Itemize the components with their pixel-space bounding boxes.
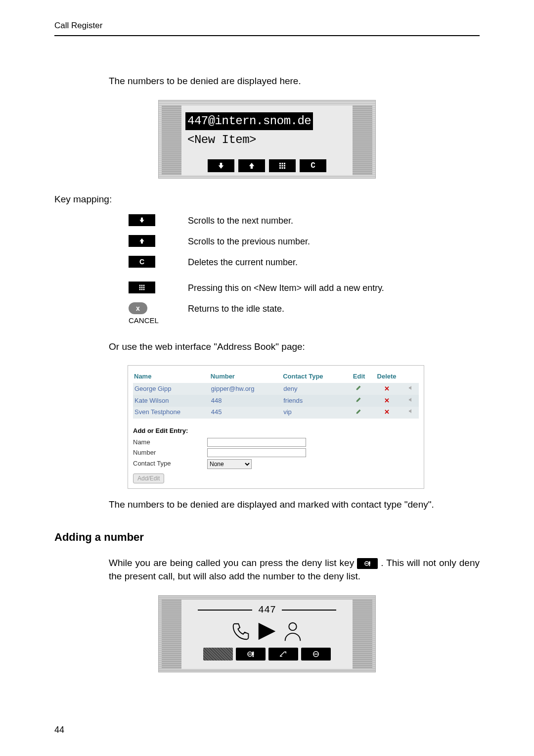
- svg-rect-6: [279, 167, 281, 169]
- col-number: Number: [210, 371, 282, 383]
- softkey-blank: [203, 648, 233, 661]
- deny-icon: [363, 560, 371, 567]
- col-name: Name: [133, 371, 210, 383]
- softkey-keypad: [269, 159, 296, 172]
- table-row: Kate Wilson 448 friends ✕: [133, 395, 419, 407]
- adding-number-text-a: While you are being called you can press…: [109, 558, 357, 568]
- cell-number[interactable]: 448: [210, 395, 282, 407]
- table-row: Sven Testphone 445 vip ✕: [133, 407, 419, 419]
- cell-delete[interactable]: ✕: [370, 407, 403, 419]
- svg-rect-3: [279, 165, 281, 167]
- cell-delete[interactable]: ✕: [370, 383, 403, 395]
- form-label-ctype: Contact Type: [133, 459, 207, 469]
- phone-icon: [230, 620, 253, 643]
- keymap-heading: Key mapping:: [54, 192, 480, 206]
- keymap-table: Scrolls to the next number. Scrolls to t…: [129, 214, 386, 326]
- svg-point-27: [253, 656, 254, 657]
- form-title: Add or Edit Entry:: [133, 426, 419, 436]
- form-label-number: Number: [133, 448, 207, 458]
- svg-point-23: [289, 623, 296, 630]
- transfer-icon: [279, 650, 288, 659]
- cell-edit[interactable]: [348, 407, 370, 419]
- cell-name[interactable]: Kate Wilson: [133, 395, 210, 407]
- cell-vol[interactable]: [403, 395, 419, 407]
- adressbook-intro: Or use the web interface "Address Book" …: [54, 340, 480, 354]
- svg-point-21: [369, 565, 370, 566]
- svg-rect-26: [253, 652, 254, 655]
- softkey-down: [208, 159, 234, 172]
- keymap-grid-desc: Pressing this on <New Item> will add a n…: [188, 282, 386, 294]
- lcd-new-item: <New Item>: [185, 131, 258, 149]
- call-icon-row: [185, 620, 349, 643]
- keypad-icon: [278, 161, 287, 170]
- table-row: George Gipp gipper@hw.org deny ✕: [133, 383, 419, 395]
- svg-rect-14: [143, 287, 145, 288]
- keymap-c-desc: Deletes the current number.: [188, 256, 386, 269]
- cell-delete[interactable]: ✕: [370, 395, 403, 407]
- pencil-icon: [356, 396, 362, 403]
- inline-deny-key: [357, 558, 378, 569]
- reject-icon: [312, 650, 320, 659]
- col-ctype: Contact Type: [282, 371, 348, 383]
- speaker-icon: [407, 385, 414, 391]
- page-body: The numbers to be denied are displayed h…: [54, 74, 480, 672]
- svg-rect-1: [282, 163, 283, 164]
- svg-rect-16: [141, 289, 143, 290]
- ctype-select[interactable]: None: [207, 459, 252, 469]
- number-input[interactable]: [207, 448, 306, 457]
- col-delete: Delete: [370, 371, 403, 383]
- key-c: C: [129, 256, 155, 268]
- adding-number-heading: Adding a number: [54, 529, 480, 545]
- svg-rect-8: [284, 167, 285, 169]
- cell-edit[interactable]: [348, 383, 370, 395]
- person-icon: [281, 620, 304, 643]
- softkey-deny: [236, 648, 266, 661]
- softkey-transfer: [268, 648, 298, 661]
- cell-edit[interactable]: [348, 395, 370, 407]
- page-number: 44: [54, 723, 64, 736]
- cell-name[interactable]: Sven Testphone: [133, 407, 210, 419]
- addressbook-table: Name Number Contact Type Edit Delete Geo…: [133, 371, 419, 418]
- cell-ctype[interactable]: deny: [282, 383, 348, 395]
- cell-vol[interactable]: [403, 407, 419, 419]
- lcd-incoming-call-figure: 447: [158, 595, 376, 672]
- svg-rect-5: [284, 165, 285, 167]
- svg-rect-9: [139, 285, 141, 286]
- svg-rect-7: [282, 167, 283, 169]
- lcd-denylist-figure: 447@intern.snom.de <New Item>: [158, 100, 376, 179]
- svg-rect-4: [282, 165, 283, 167]
- add-edit-button[interactable]: Add/Edit: [133, 473, 164, 483]
- keymap-down-desc: Scrolls to the next number.: [188, 214, 386, 227]
- cell-vol[interactable]: [403, 383, 419, 395]
- denied-marked-paragraph: The numbers to be denied are displayed a…: [54, 498, 480, 512]
- softkey-c: C: [300, 159, 326, 172]
- svg-rect-13: [141, 287, 143, 288]
- speaker-icon: [407, 408, 414, 414]
- intro-paragraph: The numbers to be denied are displayed h…: [54, 74, 480, 88]
- keymap-up-desc: Scrolls to the previous number.: [188, 235, 386, 248]
- call-number: 447: [258, 604, 276, 615]
- arrow-right-icon: [256, 620, 278, 643]
- name-input[interactable]: [207, 438, 306, 447]
- addressbook-figure: Name Number Contact Type Edit Delete Geo…: [128, 365, 424, 489]
- arrow-up-icon: [247, 161, 256, 170]
- svg-rect-12: [139, 287, 141, 288]
- page-header: Call Register: [54, 20, 480, 36]
- addressbook-form: Add or Edit Entry: Name Number Contact T…: [133, 426, 419, 484]
- cell-name[interactable]: George Gipp: [133, 383, 210, 395]
- arrow-up-icon: [138, 237, 146, 245]
- cell-ctype[interactable]: vip: [282, 407, 348, 419]
- cell-number[interactable]: gipper@hw.org: [210, 383, 282, 395]
- arrow-down-icon: [138, 216, 146, 224]
- cell-ctype[interactable]: friends: [282, 395, 348, 407]
- key-keypad: [129, 282, 155, 293]
- svg-rect-20: [369, 562, 370, 565]
- speaker-icon: [407, 397, 414, 403]
- key-cancel: x: [129, 302, 147, 314]
- svg-rect-10: [141, 285, 143, 286]
- keymap-cancel-desc: Returns to the idle state.: [188, 302, 386, 315]
- cell-number[interactable]: 445: [210, 407, 282, 419]
- key-up: [129, 235, 155, 247]
- svg-rect-0: [279, 163, 281, 164]
- header-title: Call Register: [54, 21, 102, 30]
